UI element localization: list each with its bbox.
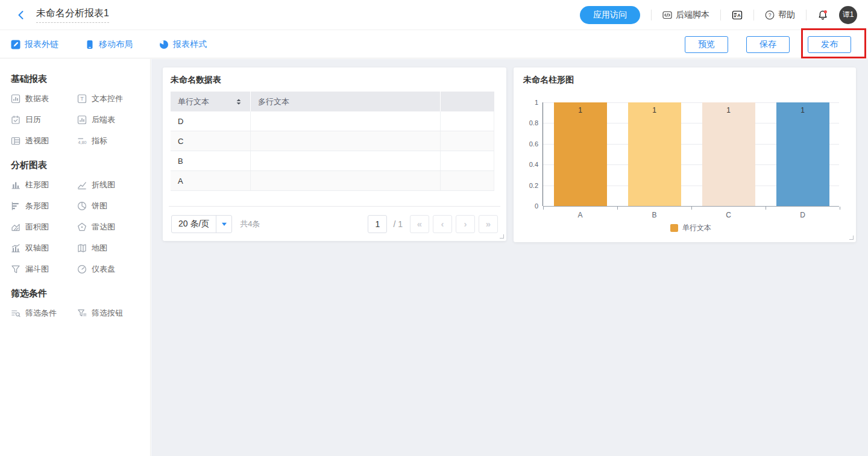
sidebar-item-backend-table[interactable]: 后端表 xyxy=(77,114,143,125)
table-cell xyxy=(441,131,494,151)
sidebar-item-label: 折线图 xyxy=(92,180,115,190)
app-access-button[interactable]: 应用访问 xyxy=(580,6,640,24)
pie-chart-icon xyxy=(77,201,87,211)
calendar-icon xyxy=(11,115,20,125)
sidebar-item-funnel-chart[interactable]: 漏斗图 xyxy=(11,264,77,275)
sidebar-item-label: 面积图 xyxy=(25,222,49,233)
sidebar-item-text-widget[interactable]: T文本控件 xyxy=(77,93,143,104)
sidebar-item-map-chart[interactable]: 地图 xyxy=(77,243,143,254)
sidebar-item-label: 数据表 xyxy=(25,93,49,104)
page-size-value: 20 条/页 xyxy=(172,216,216,233)
bar-value-label: 1 xyxy=(702,106,755,114)
sidebar-item-line-chart[interactable]: 折线图 xyxy=(77,180,143,190)
sidebar-item-pivot-chart[interactable]: 透视图 xyxy=(11,136,77,146)
page-number-input[interactable]: 1 xyxy=(368,215,387,233)
toolbar-actions: 预览 保存 发布 xyxy=(685,36,851,53)
sidebar-item-metric[interactable]: 4,80指标 xyxy=(77,136,143,146)
report-title[interactable]: 未命名分析报表1 xyxy=(36,7,109,23)
top-bar-actions: 应用访问 后端脚本 A ? 帮助 谭1 xyxy=(580,6,857,24)
sidebar-item-label: 柱形图 xyxy=(25,180,49,190)
sidebar-item-dual-axis-chart[interactable]: 双轴图 xyxy=(11,243,77,254)
svg-text:?: ? xyxy=(769,12,772,18)
backend-script-label: 后端脚本 xyxy=(676,10,709,20)
avatar[interactable]: 谭1 xyxy=(839,6,857,24)
sidebar-item-data-table[interactable]: 数据表 xyxy=(11,93,77,104)
sidebar-item-label: 雷达图 xyxy=(92,222,115,233)
toolbar-link-mobile-layout[interactable]: 移动布局 xyxy=(85,39,133,50)
table-body: DCBA xyxy=(171,111,494,191)
last-page-button[interactable]: » xyxy=(479,215,498,233)
line-chart-icon xyxy=(77,180,87,190)
page-size-select[interactable]: 20 条/页 xyxy=(171,215,232,233)
resize-handle[interactable] xyxy=(849,236,854,240)
external-link-icon xyxy=(11,40,20,49)
backend-script-button[interactable]: 后端脚本 xyxy=(662,10,709,20)
bar-value-label: 1 xyxy=(776,106,829,114)
y-axis-tick-label: 0.2 xyxy=(529,182,538,189)
sidebar-item-filter-condition[interactable]: 筛选条件 xyxy=(11,308,77,319)
table-cell: A xyxy=(171,171,251,190)
toolbar-link-report-style[interactable]: 报表样式 xyxy=(159,39,207,50)
preview-button[interactable]: 预览 xyxy=(685,36,728,53)
prev-page-button[interactable]: ‹ xyxy=(433,215,452,233)
data-table: 单行文本多行文本 DCBA xyxy=(171,92,494,191)
bar-A[interactable]: 1 xyxy=(554,102,607,206)
divider xyxy=(753,10,754,20)
column-chart-widget[interactable]: 未命名柱形图 10.80.60.40.201A1B1C1D 单行文本 xyxy=(514,67,856,242)
mobile-icon xyxy=(85,40,95,49)
divider xyxy=(720,10,721,20)
toolbar-link-label: 报表样式 xyxy=(173,39,207,50)
table-cell xyxy=(441,171,494,190)
resize-handle[interactable] xyxy=(500,234,504,239)
right-arrow-icon: › xyxy=(464,219,467,229)
sort-icon[interactable] xyxy=(234,98,243,106)
help-label: 帮助 xyxy=(778,10,795,20)
sidebar-item-column-chart[interactable]: 柱形图 xyxy=(11,180,77,190)
help-button[interactable]: ? 帮助 xyxy=(765,10,795,20)
table-row[interactable]: B xyxy=(171,151,494,171)
table-cell: D xyxy=(171,111,251,131)
double-left-arrow-icon: « xyxy=(417,219,422,229)
y-axis-tick-label: 0 xyxy=(535,202,538,210)
sidebar-item-pie-chart[interactable]: 饼图 xyxy=(77,201,143,211)
bar-D[interactable]: 1 xyxy=(776,102,829,206)
chart-legend[interactable]: 单行文本 xyxy=(542,223,839,233)
sidebar-item-calendar[interactable]: 日历 xyxy=(11,114,77,125)
x-axis-category-label: C xyxy=(691,211,766,219)
bar-C[interactable]: 1 xyxy=(702,102,755,206)
save-button[interactable]: 保存 xyxy=(746,36,790,53)
report-canvas[interactable]: 未命名数据表 单行文本多行文本 DCBA 20 条/页 共4条 1 / 1 «‹… xyxy=(151,59,868,456)
table-row[interactable]: C xyxy=(171,131,494,151)
sidebar-item-gauge-chart[interactable]: 仪表盘 xyxy=(77,264,143,275)
divider xyxy=(806,10,807,20)
table-row[interactable]: A xyxy=(171,171,494,191)
toolbar-links: 报表外链移动布局报表样式 xyxy=(11,39,207,50)
gauge-icon xyxy=(77,264,87,274)
sidebar-item-area-chart[interactable]: 面积图 xyxy=(11,222,77,233)
report-designer-page: 未命名分析报表1 应用访问 后端脚本 A ? 帮助 谭1 报表外链移动布局报表样… xyxy=(0,0,868,456)
next-page-button[interactable]: › xyxy=(456,215,475,233)
toolbar-link-label: 报表外链 xyxy=(25,39,58,50)
sidebar-item-filter-button[interactable]: 筛选按钮 xyxy=(77,308,143,319)
bar-cell-B: 1B xyxy=(617,102,691,206)
x-axis-category-label: A xyxy=(543,211,617,219)
table-row[interactable]: D xyxy=(171,111,494,131)
data-table-widget[interactable]: 未命名数据表 单行文本多行文本 DCBA 20 条/页 共4条 1 / 1 «‹… xyxy=(163,67,506,241)
sidebar-item-label: 筛选按钮 xyxy=(92,308,123,319)
notification-bell-icon[interactable] xyxy=(817,10,828,20)
bar-B[interactable]: 1 xyxy=(628,102,681,206)
svg-text:A: A xyxy=(737,13,741,18)
sidebar-item-bar-chart[interactable]: 条形图 xyxy=(11,201,77,211)
sidebar-item-radar-chart[interactable]: 雷达图 xyxy=(77,222,143,233)
chart-widget-title: 未命名柱形图 xyxy=(523,75,574,86)
first-page-button[interactable]: « xyxy=(410,215,429,233)
toolbar-link-report-external-link[interactable]: 报表外链 xyxy=(11,39,58,50)
language-button[interactable]: A xyxy=(732,10,743,20)
area-chart-icon xyxy=(11,222,20,232)
back-button[interactable] xyxy=(16,10,27,20)
bar-value-label: 1 xyxy=(554,106,607,114)
sidebar-section-title: 筛选条件 xyxy=(11,288,150,299)
sidebar-item-label: 筛选条件 xyxy=(25,308,57,319)
sidebar-item-label: 漏斗图 xyxy=(25,264,49,275)
publish-button[interactable]: 发布 xyxy=(808,36,851,53)
